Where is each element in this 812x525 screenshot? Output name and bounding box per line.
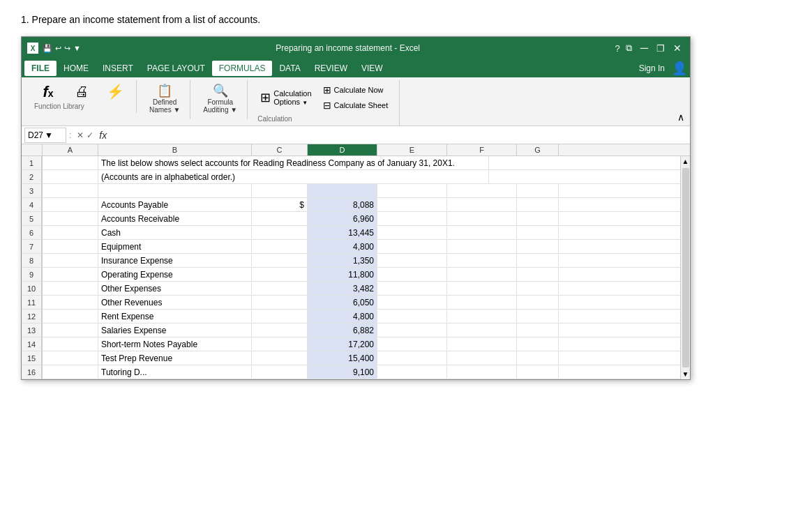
cell-c16[interactable]	[252, 365, 308, 379]
cell-c11[interactable]	[252, 296, 308, 309]
cell-b8[interactable]: Insurance Expense	[98, 254, 252, 267]
row-num-16[interactable]: 16	[22, 365, 42, 379]
cell-e13[interactable]	[377, 324, 447, 337]
calculate-sheet-btn[interactable]: ⊟ Calculate Sheet	[319, 98, 393, 112]
cell-g14[interactable]	[517, 337, 559, 351]
menu-data[interactable]: DATA	[272, 61, 307, 76]
cell-d3[interactable]	[308, 184, 377, 197]
cell-c8[interactable]	[252, 254, 308, 267]
menu-insert[interactable]: INSERT	[96, 61, 140, 76]
maximize-btn[interactable]: ❐	[654, 43, 668, 54]
cell-f15[interactable]	[447, 351, 517, 365]
cell-f5[interactable]	[447, 212, 517, 225]
row-num-8[interactable]: 8	[22, 254, 42, 268]
cell-e8[interactable]	[377, 254, 447, 267]
cell-d16[interactable]: 9,100	[308, 365, 377, 379]
cell-b13[interactable]: Salaries Expense	[98, 324, 252, 337]
cell-b7[interactable]: Equipment	[98, 240, 252, 253]
row-num-5[interactable]: 5	[22, 212, 42, 226]
cell-f10[interactable]	[447, 282, 517, 295]
cell-f9[interactable]	[447, 268, 517, 281]
cell-g6[interactable]	[517, 226, 559, 239]
row-num-11[interactable]: 11	[22, 296, 42, 310]
cell-a13[interactable]	[43, 324, 98, 337]
col-header-d[interactable]: D	[308, 144, 377, 155]
cell-f6[interactable]	[447, 226, 517, 239]
col-header-a[interactable]: A	[43, 144, 98, 155]
cell-a7[interactable]	[43, 240, 98, 253]
cell-e14[interactable]	[377, 337, 447, 351]
col-header-g[interactable]: G	[517, 144, 559, 155]
cell-d7[interactable]: 4,800	[308, 240, 377, 253]
cell-e15[interactable]	[377, 351, 447, 365]
autosum-btn[interactable]: 🖨	[68, 83, 96, 100]
menu-review[interactable]: REVIEW	[308, 61, 354, 76]
cell-c14[interactable]	[252, 337, 308, 351]
cell-b14[interactable]: Short-term Notes Payable	[98, 337, 252, 351]
undo-icon[interactable]: ↩	[55, 44, 61, 53]
ribbon-expand-btn[interactable]: ∧	[677, 112, 684, 125]
cell-e10[interactable]	[377, 282, 447, 295]
cell-e12[interactable]	[377, 310, 447, 323]
help-btn[interactable]: ?	[615, 43, 619, 54]
cell-f8[interactable]	[447, 254, 517, 267]
cell-c5[interactable]	[252, 212, 308, 225]
cell-g3[interactable]	[517, 184, 559, 197]
cancel-formula-icon[interactable]: ✕	[77, 130, 84, 140]
cell-b2-merged[interactable]: (Accounts are in alphabetical order.)	[98, 170, 489, 183]
cell-a14[interactable]	[43, 337, 98, 351]
fx-label[interactable]: fx	[96, 130, 110, 141]
formula-input[interactable]	[110, 129, 687, 142]
cell-b6[interactable]: Cash	[98, 226, 252, 239]
cell-e6[interactable]	[377, 226, 447, 239]
cell-d15[interactable]: 15,400	[308, 351, 377, 365]
cell-g8[interactable]	[517, 254, 559, 267]
menu-pagelayout[interactable]: PAGE LAYOUT	[140, 61, 212, 76]
cell-d14[interactable]: 17,200	[308, 337, 377, 351]
cell-c15[interactable]	[252, 351, 308, 365]
cell-b15[interactable]: Test Prep Revenue	[98, 351, 252, 365]
cell-a3[interactable]	[43, 184, 98, 197]
cell-c7[interactable]	[252, 240, 308, 253]
cell-b11[interactable]: Other Revenues	[98, 296, 252, 309]
recently-used-btn[interactable]: ⚡	[101, 83, 129, 100]
row-num-2[interactable]: 2	[22, 170, 42, 184]
cell-g11[interactable]	[517, 296, 559, 309]
formula-auditing-btn[interactable]: 🔍 FormulaAuditing ▼	[200, 83, 240, 115]
signin-link[interactable]: Sign In	[632, 61, 672, 76]
cell-e4[interactable]	[377, 198, 447, 211]
cell-g7[interactable]	[517, 240, 559, 253]
col-header-e[interactable]: E	[377, 144, 447, 155]
cell-a16[interactable]	[43, 365, 98, 379]
cell-d6[interactable]: 13,445	[308, 226, 377, 239]
row-num-7[interactable]: 7	[22, 240, 42, 254]
cell-g9[interactable]	[517, 268, 559, 281]
row-num-12[interactable]: 12	[22, 310, 42, 324]
cell-b12[interactable]: Rent Expense	[98, 310, 252, 323]
menu-formulas[interactable]: FORMULAS	[212, 61, 273, 76]
cell-b16[interactable]: Tutoring D...	[98, 365, 252, 379]
cell-e7[interactable]	[377, 240, 447, 253]
cell-b3[interactable]	[98, 184, 252, 197]
cell-a5[interactable]	[43, 212, 98, 225]
cell-c6[interactable]	[252, 226, 308, 239]
menu-file[interactable]: FILE	[24, 61, 57, 76]
cell-d13[interactable]: 6,882	[308, 324, 377, 337]
cell-c13[interactable]	[252, 324, 308, 337]
cell-a1[interactable]	[43, 156, 98, 169]
row-num-15[interactable]: 15	[22, 351, 42, 365]
row-num-1[interactable]: 1	[22, 156, 42, 170]
cell-c3[interactable]	[252, 184, 308, 197]
cell-b4[interactable]: Accounts Payable	[98, 198, 252, 211]
cell-c4[interactable]: $	[252, 198, 308, 211]
cell-c12[interactable]	[252, 310, 308, 323]
account-icon[interactable]: 👤	[672, 61, 687, 76]
cell-a15[interactable]	[43, 351, 98, 365]
calculation-options-btn[interactable]: ⊞ Calculation Options ▼	[257, 88, 314, 107]
row-num-6[interactable]: 6	[22, 226, 42, 240]
cell-f4[interactable]	[447, 198, 517, 211]
cell-d10[interactable]: 3,482	[308, 282, 377, 295]
row-num-13[interactable]: 13	[22, 324, 42, 337]
cell-d8[interactable]: 1,350	[308, 254, 377, 267]
cell-g4[interactable]	[517, 198, 559, 211]
